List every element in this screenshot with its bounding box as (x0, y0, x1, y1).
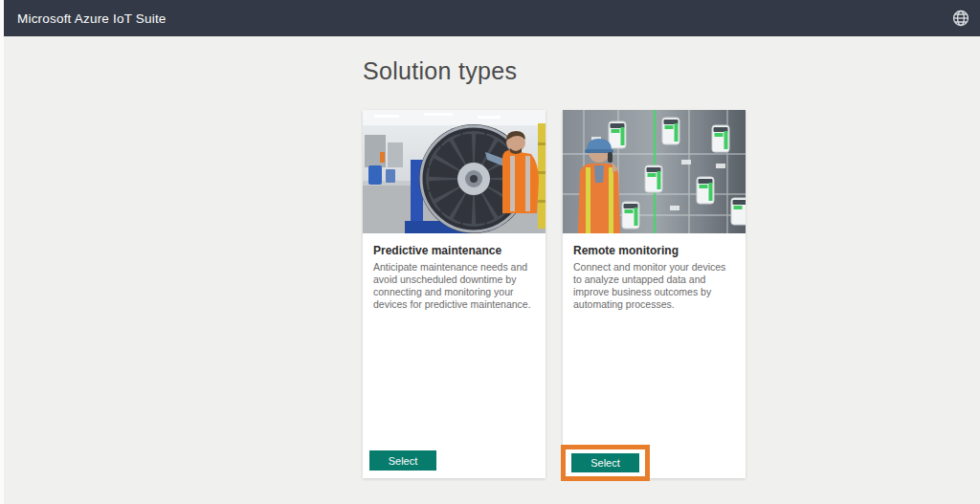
highlight-annotation-box: Select (561, 445, 650, 481)
card-title: Remote monitoring (573, 244, 735, 257)
select-button-predictive-maintenance[interactable]: Select (369, 450, 436, 471)
solution-card-remote-monitoring: Remote monitoring Connect and monitor yo… (563, 110, 746, 478)
globe-icon[interactable] (951, 9, 970, 28)
jet-engine-technician-photo (363, 110, 546, 233)
azure-iot-suite-page: Microsoft Azure IoT Suite Solution types (0, 0, 980, 504)
solution-card-predictive-maintenance: Predictive maintenance Anticipate mainte… (363, 110, 546, 478)
select-button-remote-monitoring[interactable]: Select (571, 453, 639, 472)
page-title: Solution types (363, 57, 517, 85)
app-title: Microsoft Azure IoT Suite (17, 11, 167, 26)
card-title: Predictive maintenance (373, 244, 535, 257)
industrial-monitoring-photo (563, 110, 746, 233)
card-description: Anticipate maintenance needs and avoid u… (373, 261, 535, 311)
card-description: Connect and monitor your devices to anal… (573, 261, 735, 311)
top-navbar: Microsoft Azure IoT Suite (0, 0, 980, 36)
